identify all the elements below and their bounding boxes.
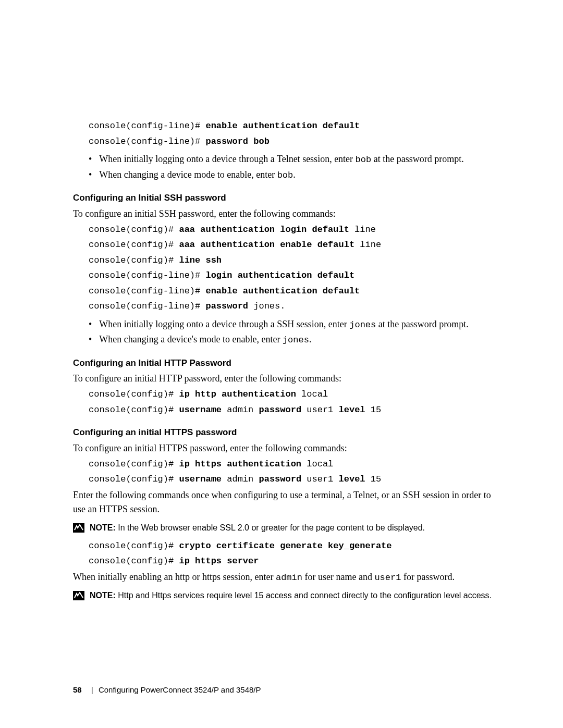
code-tail: local [296, 389, 328, 399]
paragraph: When initially enabling an http or https… [73, 570, 500, 585]
text: for user name and [302, 572, 374, 582]
heading-http: Configuring an Initial HTTP Password [73, 356, 500, 370]
code-prompt: console(config)# [89, 556, 179, 566]
code-line: console(config-line)# password jones. [89, 300, 500, 313]
inline-code: admin [276, 573, 302, 583]
code-line: console(config)# aaa authentication enab… [89, 238, 500, 252]
bullet-list: When initially logging onto a device thr… [73, 152, 500, 182]
code-prompt: console(config)# [89, 541, 179, 551]
inline-code: bob [277, 170, 293, 180]
text: . [309, 334, 312, 344]
code-line: console(config-line)# password bob [89, 135, 500, 149]
note-block: NOTE: Http and Https services require le… [73, 589, 500, 602]
note-icon [73, 523, 84, 532]
note-label: NOTE: [90, 591, 116, 600]
text: for password. [401, 572, 454, 582]
code-command: aaa authentication enable default [179, 240, 354, 250]
code-prompt: console(config-line)# [89, 121, 205, 131]
text: When initially enabling an http or https… [73, 572, 276, 582]
code-command: level [339, 405, 365, 415]
page-footer: 58 | Configuring PowerConnect 3524/P and… [73, 684, 261, 696]
code-prompt: console(config)# [89, 240, 179, 250]
page-number: 58 [73, 685, 82, 694]
code-command: aaa authentication login default [179, 225, 349, 235]
text: When changing a device mode to enable, e… [99, 169, 277, 180]
code-line: console(config-line)# login authenticati… [89, 269, 500, 282]
text: . [293, 169, 296, 180]
note-body: In the Web browser enable SSL 2.0 or gre… [116, 523, 425, 532]
note-block: NOTE: In the Web browser enable SSL 2.0 … [73, 522, 500, 534]
code-command: username [179, 474, 222, 484]
list-item: When changing a device's mode to enable,… [89, 332, 500, 347]
document-page: console(config-line)# enable authenticat… [0, 0, 563, 728]
code-command: ip http authentication [179, 389, 296, 399]
code-mid: admin [222, 474, 259, 484]
note-label: NOTE: [90, 523, 116, 532]
list-item: When changing a device mode to enable, e… [89, 168, 500, 182]
text: at the password prompt. [376, 319, 468, 329]
paragraph: To configure an initial HTTPS password, … [73, 441, 500, 455]
list-item: When initially logging onto a device thr… [89, 317, 500, 332]
text: When changing a device's mode to enable,… [99, 334, 283, 344]
code-tail: jones. [248, 301, 285, 311]
code-prompt: console(config-line)# [89, 286, 205, 296]
heading-ssh: Configuring an Initial SSH password [73, 191, 500, 205]
code-prompt: console(config)# [89, 255, 179, 265]
code-command: enable authentication default [205, 121, 360, 131]
svg-rect-0 [73, 523, 84, 533]
code-line: console(config)# ip https server [89, 554, 500, 568]
code-command: password [205, 301, 248, 311]
note-text: NOTE: In the Web browser enable SSL 2.0 … [90, 522, 425, 534]
code-command: password bob [205, 137, 269, 146]
text: When initially logging onto a device thr… [99, 154, 355, 164]
code-line: console(config)# username admin password… [89, 473, 500, 486]
code-command: ip https authentication [179, 459, 301, 469]
code-prompt: console(config)# [89, 474, 179, 484]
code-mid: admin [222, 405, 259, 415]
text: at the password prompt. [371, 154, 463, 164]
footer-title: Configuring PowerConnect 3524/P and 3548… [99, 685, 261, 694]
paragraph: To configure an initial SSH password, en… [73, 207, 500, 221]
code-prompt: console(config-line)# [89, 270, 205, 280]
code-line: console(config)# ip https authentication… [89, 458, 500, 471]
code-command: level [339, 474, 365, 484]
code-command: line ssh [179, 255, 222, 265]
code-command: ip https server [179, 556, 259, 566]
code-line: console(config)# line ssh [89, 254, 500, 267]
inline-code: user1 [374, 573, 401, 583]
code-line: console(config)# crypto certificate gene… [89, 539, 500, 553]
code-tail: 15 [365, 405, 382, 415]
code-tail: local [301, 459, 333, 469]
code-prompt: console(config)# [89, 405, 179, 415]
code-prompt: console(config-line)# [89, 137, 205, 146]
code-command: password [259, 474, 301, 484]
code-tail: line [349, 225, 376, 235]
heading-https: Configuring an initial HTTPS password [73, 426, 500, 439]
code-prompt: console(config)# [89, 389, 179, 399]
code-line: console(config-line)# enable authenticat… [89, 285, 500, 298]
code-prompt: console(config)# [89, 459, 179, 469]
code-command: enable authentication default [205, 286, 360, 296]
code-command: login authentication default [205, 270, 354, 280]
code-command: crypto certificate generate key_generate [179, 541, 391, 551]
code-line: console(config)# username admin password… [89, 403, 500, 417]
inline-code: bob [356, 155, 372, 165]
code-command: password [259, 405, 301, 415]
code-prompt: console(config-line)# [89, 301, 205, 311]
note-text: NOTE: Http and Https services require le… [90, 589, 492, 602]
code-prompt: console(config)# [89, 225, 179, 235]
inline-code: jones [283, 335, 309, 345]
code-tail: 15 [365, 474, 382, 484]
note-body: Http and Https services require level 15… [116, 591, 492, 600]
code-line: console(config-line)# enable authenticat… [89, 119, 500, 133]
code-command: username [179, 405, 222, 415]
code-line: console(config)# aaa authentication logi… [89, 223, 500, 237]
text: When initially logging onto a device thr… [99, 319, 349, 329]
code-tail: line [354, 240, 381, 250]
inline-code: jones [349, 320, 376, 330]
paragraph: Enter the following commands once when c… [73, 488, 500, 516]
code-mid: user1 [301, 405, 338, 415]
paragraph: To configure an initial HTTP password, e… [73, 372, 500, 386]
code-mid: user1 [301, 474, 338, 484]
footer-separator: | [91, 685, 93, 694]
